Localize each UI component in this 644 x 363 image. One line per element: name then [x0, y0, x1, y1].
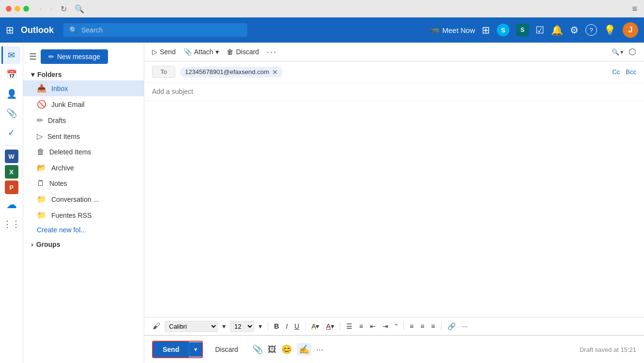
settings-button[interactable]: ⚙	[570, 24, 579, 36]
bulb-icon: 💡	[604, 24, 616, 36]
discard-button[interactable]: Discard	[208, 342, 245, 357]
numbered-list-button[interactable]: ≡	[357, 321, 366, 332]
groups-header[interactable]: › Groups	[23, 237, 144, 250]
bell-button[interactable]: 🔔	[551, 24, 563, 36]
sidebar-item-onedrive[interactable]: ☁	[3, 196, 20, 213]
recipient-chip[interactable]: 12345678901@efaxsend.com ✕	[180, 67, 283, 77]
avatar[interactable]: J	[623, 22, 638, 38]
attach-bar-icon[interactable]: 📎	[252, 344, 263, 355]
create-folder-link[interactable]: Create new fol...	[23, 223, 144, 237]
maximize-button[interactable]	[23, 6, 29, 12]
forward-button[interactable]: ›	[47, 3, 55, 15]
search-box[interactable]: 🔍	[63, 23, 247, 37]
tasks-button[interactable]: ☑	[536, 24, 544, 36]
align-left-button[interactable]: ≡	[407, 321, 416, 332]
folder-item-sent[interactable]: ▷ Sent Items	[23, 128, 144, 144]
meet-now-label: Meet Now	[442, 26, 475, 34]
font-color-button[interactable]: A ▾	[323, 321, 336, 332]
send-toolbar-button[interactable]: ▷ Send	[152, 48, 176, 56]
align-right-button[interactable]: ≡	[429, 321, 437, 332]
help-button[interactable]: ?	[585, 24, 597, 36]
emoji-bar-icon[interactable]: 😊	[281, 344, 292, 355]
highlight-color-button[interactable]: A ▾	[309, 321, 322, 332]
discard-icon: 🗑	[227, 48, 233, 56]
new-message-button[interactable]: ✏ New message	[41, 49, 108, 64]
fmt-divider-3	[340, 322, 340, 331]
folders-header[interactable]: ▾ Folders	[23, 67, 144, 80]
sidebar-item-all-apps[interactable]: ⋮⋮	[3, 215, 20, 233]
sidebar-item-ppt[interactable]: P	[5, 181, 18, 194]
meet-now-button[interactable]: 📹 Meet Now	[430, 26, 475, 34]
back-button[interactable]: ‹	[37, 3, 45, 15]
remove-recipient-button[interactable]: ✕	[272, 68, 278, 76]
compose-body[interactable]	[144, 101, 644, 317]
align-center-button[interactable]: ≡	[418, 321, 427, 332]
search-input[interactable]	[81, 26, 242, 34]
discard-toolbar-button[interactable]: 🗑 Discard	[227, 48, 259, 56]
cc-button[interactable]: Cc	[612, 68, 620, 76]
apps-button[interactable]: ⊞	[482, 24, 490, 36]
folder-item-archive[interactable]: 📂 Archive	[23, 160, 144, 176]
zoom-controls[interactable]: 🔍 ▾	[612, 48, 624, 56]
folder-item-conversation[interactable]: 📁 Conversation ...	[23, 191, 144, 207]
titlebar: ‹ › ↻ 🔍 ≡	[0, 0, 644, 17]
minimize-button[interactable]	[15, 6, 20, 12]
send-dropdown-button[interactable]: ▾	[189, 342, 202, 357]
folder-item-rss[interactable]: 📁 Fuentes RSS	[23, 207, 144, 223]
folder-item-notes[interactable]: 🗒 Notes	[23, 176, 144, 191]
sidebar-item-attachments[interactable]: 📎	[3, 105, 20, 122]
folder-item-drafts[interactable]: ✏ Drafts	[23, 112, 144, 128]
more-toolbar-button[interactable]: ···	[267, 47, 277, 57]
conversation-icon: 📁	[37, 195, 46, 204]
groups-label: Groups	[36, 241, 61, 248]
tasks-icon: ☑	[536, 24, 544, 36]
sharepoint-button[interactable]: S	[516, 24, 529, 36]
folder-label-deleted: Deleted Items	[49, 148, 91, 156]
font-size-chevron[interactable]: ▾	[256, 321, 264, 332]
pop-out-button[interactable]: ⬡	[629, 46, 636, 57]
sidebar-item-people[interactable]: 👤	[3, 85, 20, 103]
sidebar-item-excel[interactable]: X	[5, 165, 18, 179]
image-bar-icon[interactable]: 🖼	[268, 345, 276, 355]
link-button[interactable]: 🔗	[445, 321, 458, 332]
ideas-button[interactable]: 💡	[604, 24, 616, 36]
quote-button[interactable]: "	[393, 321, 400, 332]
decrease-indent-button[interactable]: ⇤	[368, 321, 378, 332]
sidebar-item-mail[interactable]: ✉	[1, 46, 20, 64]
attach-toolbar-button[interactable]: 📎 Attach ▾	[184, 48, 219, 56]
highlight-icon: A	[311, 322, 316, 330]
font-family-select[interactable]: Calibri	[165, 321, 218, 332]
sidebar-item-word[interactable]: W	[5, 150, 18, 163]
font-chevron-button[interactable]: ▾	[220, 321, 228, 332]
bullets-button[interactable]: ☰	[344, 321, 355, 332]
draft-status: Draft saved at 15:21	[580, 346, 636, 353]
font-size-select[interactable]: 12	[230, 321, 254, 332]
sidebar-item-tasks[interactable]: ✓	[3, 124, 20, 141]
subject-input[interactable]	[152, 88, 636, 95]
folder-item-deleted[interactable]: 🗑 Deleted Items	[23, 144, 144, 160]
more-bar-icon[interactable]: ···	[316, 345, 323, 355]
more-format-button[interactable]: ···	[460, 321, 471, 332]
signature-bar-icon[interactable]: ✍	[297, 343, 311, 356]
archive-icon: 📂	[37, 163, 46, 172]
format-paint-button[interactable]: 🖌	[150, 320, 163, 332]
folder-item-junk[interactable]: 🚫 Junk Email	[23, 96, 144, 112]
sidebar-item-calendar[interactable]: 📅	[3, 66, 20, 83]
bcc-button[interactable]: Bcc	[626, 68, 636, 76]
bold-button[interactable]: B	[272, 321, 281, 332]
close-button[interactable]	[6, 6, 12, 12]
fmt-divider-1	[268, 322, 268, 331]
underline-button[interactable]: U	[292, 321, 302, 332]
hamburger-button[interactable]: ☰	[29, 51, 37, 62]
titlebar-search-button[interactable]: 🔍	[72, 3, 87, 15]
italic-button[interactable]: I	[283, 321, 290, 332]
new-message-icon: ✏	[48, 53, 54, 60]
app-launcher-icon[interactable]: ⊞	[6, 24, 14, 36]
gear-icon: ⚙	[570, 24, 579, 36]
refresh-button[interactable]: ↻	[58, 3, 70, 15]
send-button[interactable]: Send	[153, 342, 189, 357]
skype-button[interactable]: S	[497, 24, 509, 36]
increase-indent-button[interactable]: ⇥	[380, 321, 391, 332]
folder-item-inbox[interactable]: 📥 Inbox	[23, 80, 144, 96]
font-color-chevron: ▾	[331, 322, 334, 330]
